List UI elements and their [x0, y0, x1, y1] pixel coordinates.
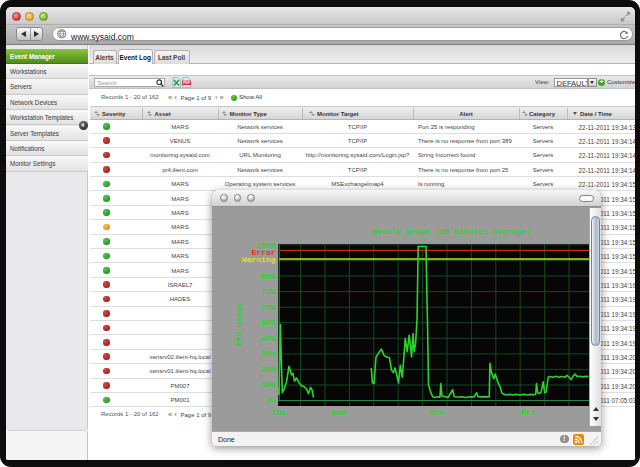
svg-text:PDF: PDF — [183, 81, 191, 85]
